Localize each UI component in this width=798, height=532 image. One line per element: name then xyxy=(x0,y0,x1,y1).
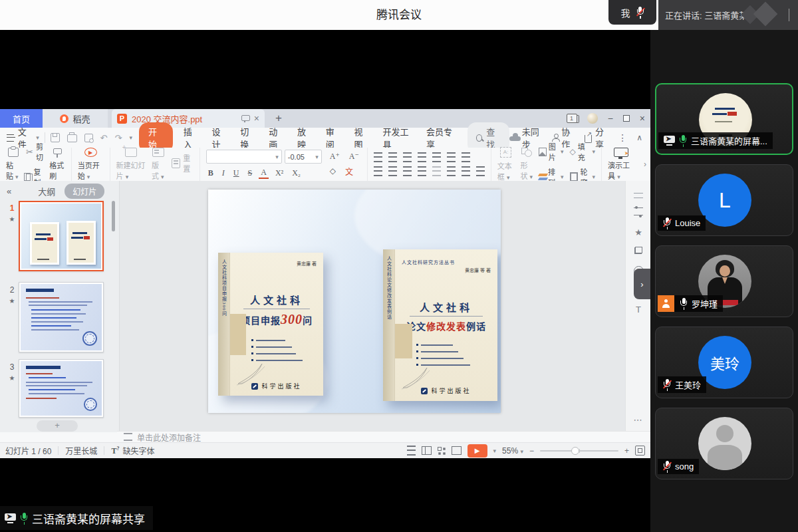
line-spacing-icon[interactable] xyxy=(447,152,456,162)
zoom-slider-knob[interactable] xyxy=(571,447,579,455)
slide-thumbnail-3[interactable] xyxy=(19,359,104,418)
save-icon[interactable] xyxy=(51,133,60,142)
notes-bar[interactable]: 单击此处添加备注 xyxy=(117,431,650,442)
reading-view-icon[interactable] xyxy=(452,446,462,455)
slide-thumbnail-1[interactable] xyxy=(19,201,104,271)
close-window-button[interactable]: × xyxy=(640,113,645,124)
minimize-button[interactable]: − xyxy=(608,113,613,124)
play-options-icon[interactable]: ▾ xyxy=(493,448,497,454)
participant-tile-luokunjin[interactable]: 罗坤瑾 xyxy=(655,245,793,317)
clear-format-button[interactable]: ◇ xyxy=(328,166,338,176)
para-space-after-icon[interactable] xyxy=(462,166,470,176)
theme-name[interactable]: 万里长城 xyxy=(65,445,97,456)
account-avatar-icon[interactable] xyxy=(587,113,598,124)
notes-toggle-icon[interactable] xyxy=(407,446,416,456)
text-tool-icon[interactable]: T xyxy=(626,305,651,315)
slide-thumbnail-2[interactable] xyxy=(19,282,104,352)
para-spacing-icon[interactable] xyxy=(476,166,485,176)
fill-button[interactable]: ◇ 填充▾ xyxy=(570,141,596,162)
increase-indent-icon[interactable] xyxy=(418,152,426,162)
print-icon[interactable] xyxy=(67,134,77,142)
slide-duplicate-icon[interactable] xyxy=(626,246,651,256)
smart-effects-icon[interactable]: ★ xyxy=(626,227,651,237)
font-name-combobox[interactable]: ▾ xyxy=(206,150,282,164)
slideshow-play-button[interactable]: ▶ xyxy=(467,444,487,458)
justify-icon[interactable] xyxy=(418,166,426,176)
missing-font-label[interactable]: 缺失字体 xyxy=(122,445,154,456)
italic-button[interactable]: I xyxy=(220,168,227,178)
char-spacing-icon[interactable] xyxy=(462,152,470,162)
strikethrough-button[interactable]: S xyxy=(246,168,255,178)
zoom-slider[interactable] xyxy=(540,450,618,452)
tab-docer[interactable]: 稻壳 xyxy=(43,109,108,128)
collapse-panel-icon[interactable]: « xyxy=(7,186,11,196)
add-slide-button[interactable]: + xyxy=(37,420,78,432)
align-center-icon[interactable] xyxy=(388,166,397,176)
superscript-button[interactable]: X² xyxy=(273,168,285,178)
align-right-icon[interactable] xyxy=(403,166,412,176)
more-tools-icon[interactable]: ⋯ xyxy=(626,415,651,425)
panel-drag-handle[interactable] xyxy=(626,190,651,200)
textbox-button[interactable]: A: 文本框 ▾ xyxy=(497,148,515,181)
bullet-list-icon[interactable] xyxy=(374,152,382,162)
text-direction-icon[interactable] xyxy=(432,152,441,162)
undo-icon[interactable]: ↶ xyxy=(100,133,108,143)
distribute-icon[interactable] xyxy=(432,166,441,176)
menu-item-insert[interactable]: 插入 xyxy=(177,125,205,150)
font-size-combobox[interactable]: -0.05▾ xyxy=(285,150,322,164)
current-slide[interactable]: 人文社科项目申报300问 黄忠廉 著 人文社科 项目申报300问 xyxy=(208,190,501,413)
menu-item-slideshow[interactable]: 放映 xyxy=(291,125,319,150)
menu-item-animation[interactable]: 动画 xyxy=(262,125,291,150)
pinyin-button[interactable]: 文 xyxy=(343,166,355,178)
object-properties-icon[interactable] xyxy=(626,207,651,217)
window-count-icon[interactable]: 1 xyxy=(567,114,577,123)
paste-button[interactable]: 粘贴 ▾ xyxy=(6,148,20,181)
bold-button[interactable]: B xyxy=(206,168,215,178)
me-muted-mic-icon[interactable] xyxy=(636,7,644,18)
increase-font-button[interactable]: A⁺ xyxy=(328,152,342,162)
participant-tile-song[interactable]: song xyxy=(655,408,793,479)
numbered-list-icon[interactable] xyxy=(388,152,397,162)
book-left[interactable]: 人文社科项目申报300问 黄忠廉 著 人文社科 项目申报300问 xyxy=(218,253,323,396)
tab-outline[interactable]: 大纲 xyxy=(38,185,55,198)
new-slide-button[interactable]: 新建幻灯片 ▾ xyxy=(116,148,146,181)
menu-item-developer[interactable]: 开发工具 xyxy=(376,125,420,150)
slide-layout-button[interactable]: 版式 ▾ xyxy=(152,148,166,181)
more-options-icon[interactable]: ⋮ xyxy=(618,132,627,143)
participant-tile-sharer[interactable]: ➤ 三语斋黄某的屏幕... xyxy=(655,83,793,155)
para-space-before-icon[interactable] xyxy=(447,166,456,176)
menu-item-review[interactable]: 审阅 xyxy=(319,125,348,150)
play-from-current-button[interactable]: ▶ 当页开始 ▾ xyxy=(78,148,104,181)
close-tab-icon[interactable]: × xyxy=(254,113,259,124)
redo-icon[interactable]: ↷ xyxy=(114,133,122,143)
pin-tab-icon[interactable] xyxy=(241,115,249,122)
sidebar-collapse-handle[interactable]: › xyxy=(634,269,650,299)
me-status-chip[interactable]: 我 xyxy=(608,0,656,25)
menu-item-design[interactable]: 设计 xyxy=(205,125,234,150)
shapes-button[interactable]: 形状 ▾ xyxy=(520,148,533,181)
menu-item-view[interactable]: 视图 xyxy=(348,125,376,150)
menu-item-transition[interactable]: 切换 xyxy=(233,125,262,150)
normal-view-icon[interactable] xyxy=(422,446,432,455)
zoom-in-button[interactable]: + xyxy=(624,446,629,456)
picture-button[interactable]: 图片▾ xyxy=(539,141,564,162)
panel-scrollbar[interactable] xyxy=(112,201,115,231)
decrease-font-button[interactable]: A⁻ xyxy=(347,152,361,162)
zoom-level[interactable]: 55% ▾ xyxy=(502,446,523,456)
menu-item-member[interactable]: 会员专享 xyxy=(420,125,464,150)
customize-quickbar-icon[interactable]: ▾ xyxy=(129,134,132,141)
collapse-ribbon-icon[interactable]: ∧ xyxy=(636,133,642,142)
fit-slide-icon[interactable] xyxy=(635,446,645,456)
print-preview-icon[interactable] xyxy=(84,134,93,142)
slide-sorter-icon[interactable] xyxy=(438,447,446,454)
participant-tile-louise[interactable]: L Louise xyxy=(655,164,793,236)
restore-button[interactable] xyxy=(623,115,630,122)
sync-status-button[interactable]: 未同步 xyxy=(509,125,543,150)
subscript-button[interactable]: X₂ xyxy=(290,168,303,178)
ribbon-expand-icon[interactable]: › xyxy=(640,148,650,181)
participant-tile-wangmeiling[interactable]: 美玲 王美玲 xyxy=(655,327,793,398)
decrease-indent-icon[interactable] xyxy=(403,152,412,162)
font-color-button[interactable]: A xyxy=(259,168,269,179)
underline-button[interactable]: U xyxy=(231,168,241,178)
align-left-icon[interactable] xyxy=(374,166,382,176)
